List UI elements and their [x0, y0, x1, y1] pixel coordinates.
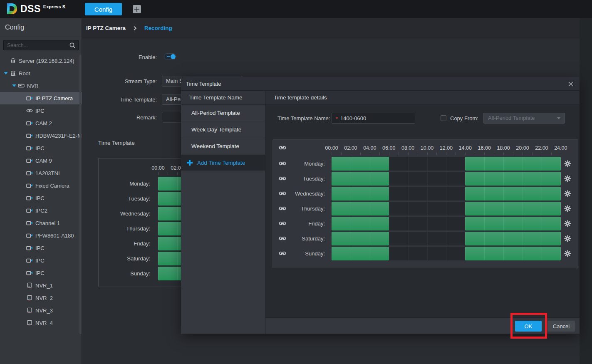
tree-item-nvr-4[interactable]: NVR_4 — [0, 317, 82, 329]
breadcrumb-current[interactable]: Recording — [144, 25, 172, 31]
recorder-icon — [26, 282, 33, 289]
tree-item-root[interactable]: Root — [0, 67, 82, 79]
schedule-period[interactable] — [465, 232, 561, 245]
schedule-period[interactable] — [332, 157, 389, 171]
search-input[interactable] — [4, 40, 69, 50]
time-axis-tick — [351, 152, 351, 155]
time-axis-label: 12:00 — [436, 145, 456, 151]
copy-from-dropdown[interactable]: All-Period Template — [483, 113, 565, 124]
tree-item-ip-ptz-camera[interactable]: IP PTZ Camera — [0, 92, 82, 104]
expand-arrow-icon[interactable] — [2, 70, 9, 76]
gear-icon[interactable] — [564, 250, 572, 258]
breadcrumb-parent[interactable]: IP PTZ Camera — [86, 25, 126, 31]
tree-item-channel-1[interactable]: Channel 1 — [0, 217, 82, 229]
tree-item-server-192-168-2-124[interactable]: Server (192.168.2.124) — [0, 54, 82, 67]
template-item-all-period-template[interactable]: All-Period Template — [181, 105, 265, 121]
tree-item-ipc[interactable]: IPC — [0, 192, 82, 204]
tree-item-ipc[interactable]: IPC — [0, 104, 82, 117]
schedule-period[interactable] — [332, 202, 389, 215]
schedule-period[interactable] — [465, 157, 561, 171]
tree-item-pfw8601-a180[interactable]: PFW8601-A180 — [0, 229, 82, 242]
sidebar-scrollbar[interactable] — [79, 54, 82, 334]
add-tab-button[interactable] — [133, 5, 141, 13]
time-template-dialog: Time Template Time Template Name All-Per… — [181, 77, 580, 334]
enable-label: Enable: — [90, 54, 157, 60]
gear-icon[interactable] — [564, 160, 572, 168]
schedule-period[interactable] — [332, 232, 389, 245]
ok-button[interactable]: OK — [515, 321, 542, 332]
tree-item-ipc2[interactable]: IPC2 — [0, 204, 82, 217]
template-name-input[interactable] — [340, 113, 414, 123]
tree-item-nvr-3[interactable]: NVR_3 — [0, 304, 82, 317]
tree-item-cam-2[interactable]: CAM 2 — [0, 117, 82, 129]
schedule-period[interactable] — [332, 217, 389, 230]
add-time-template-button[interactable]: Add Time Template — [181, 155, 265, 171]
template-name-label: Time Template Name: — [277, 115, 330, 121]
copy-from-checkbox[interactable] — [441, 115, 446, 121]
camera-icon — [26, 145, 33, 151]
schedule-period[interactable] — [465, 217, 561, 230]
time-axis-tick — [332, 152, 332, 155]
close-icon[interactable] — [566, 79, 575, 89]
schedule-row-tuesday[interactable] — [332, 172, 561, 186]
tree-item-1a203tni[interactable]: 1A203TNI — [0, 167, 82, 179]
dss-logo: DSS Express S — [5, 2, 65, 15]
schedule-period[interactable] — [465, 247, 561, 260]
chevron-down-icon — [557, 117, 560, 119]
tree-item-ipc[interactable]: IPC — [0, 254, 82, 267]
nvr-group-icon — [17, 82, 25, 89]
gear-icon[interactable] — [564, 190, 572, 198]
tab-config[interactable]: Config — [85, 3, 122, 15]
tree-item-hdbw4231f-e2-m[interactable]: HDBW4231F-E2-M — [0, 129, 82, 142]
tree-item-fixed-camera[interactable]: Fixed Camera — [0, 179, 82, 192]
template-schedule-grid[interactable]: 00:0002:0004:0006:0008:0010:0012:0014:00… — [272, 139, 578, 268]
server-icon — [9, 70, 17, 77]
enable-toggle[interactable] — [164, 53, 176, 60]
camera-icon — [26, 120, 33, 126]
gear-icon[interactable] — [564, 235, 572, 243]
recorder-icon — [26, 307, 33, 314]
dialog-titlebar: Time Template — [181, 77, 580, 91]
tree-item-label: IPC — [35, 145, 45, 151]
cancel-button[interactable]: Cancel — [547, 321, 575, 332]
schedule-period[interactable] — [332, 172, 389, 186]
schedule-row-sunday[interactable] — [332, 247, 561, 260]
search-icon[interactable] — [69, 42, 76, 50]
time-axis-label: 20:00 — [513, 145, 532, 151]
schedule-period[interactable] — [465, 187, 561, 201]
schedule-period[interactable] — [465, 202, 561, 215]
tree-item-cam-9[interactable]: CAM 9 — [0, 154, 82, 167]
tree-item-nvr-1[interactable]: NVR_1 — [0, 279, 82, 292]
schedule-period[interactable] — [332, 247, 389, 260]
time-axis-label: 16:00 — [475, 145, 494, 151]
schedule-row-wednesday[interactable] — [332, 187, 561, 201]
time-axis-label: 22:00 — [532, 145, 551, 151]
schedule-period[interactable] — [465, 172, 561, 186]
schedule-row-saturday[interactable] — [332, 232, 561, 245]
tree-item-ipc[interactable]: IPC — [0, 142, 82, 154]
tree-item-nvr[interactable]: NVR — [0, 79, 82, 92]
schedule-row-thursday[interactable] — [332, 202, 561, 215]
schedule-period[interactable] — [332, 187, 389, 201]
expand-arrow-icon — [19, 307, 26, 313]
gear-icon[interactable] — [564, 220, 572, 228]
expand-arrow-icon — [19, 158, 26, 163]
gear-icon[interactable] — [564, 175, 572, 183]
tree-item-label: NVR_2 — [35, 295, 53, 301]
expand-arrow-icon[interactable] — [11, 83, 17, 89]
template-item-weekend-template[interactable]: Weekend Template — [181, 138, 265, 155]
time-axis-tick — [551, 152, 552, 155]
expand-arrow-icon — [19, 270, 26, 276]
gear-icon[interactable] — [564, 205, 572, 213]
camera-icon — [26, 132, 33, 139]
schedule-row-friday[interactable] — [332, 217, 561, 230]
link-all-icon[interactable] — [278, 145, 287, 151]
tree-item-ipc[interactable]: IPC — [0, 242, 82, 254]
template-item-week-day-template[interactable]: Week Day Template — [181, 121, 265, 138]
time-template-label: Time Template: — [90, 97, 157, 103]
tree-item-nvr-2[interactable]: NVR_2 — [0, 292, 82, 304]
schedule-row-monday[interactable] — [332, 157, 561, 171]
time-axis-tick — [446, 152, 446, 155]
server-icon — [9, 57, 17, 64]
tree-item-ipc[interactable]: IPC — [0, 267, 82, 279]
